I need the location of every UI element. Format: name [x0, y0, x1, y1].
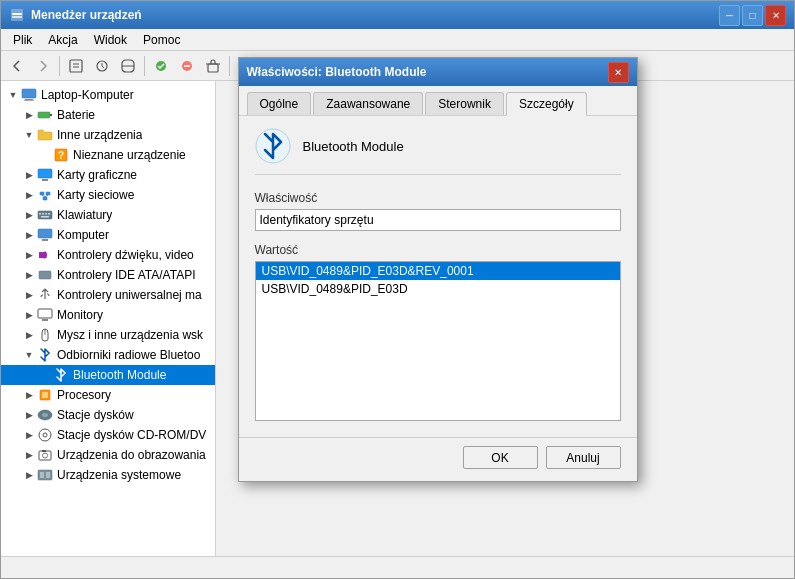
svg-rect-2: [12, 16, 22, 18]
svg-point-44: [42, 413, 48, 417]
tree-item-cdrom[interactable]: ▶ Stacje dysków CD-ROM/DV: [1, 425, 215, 445]
tree-root-label: Laptop-Komputer: [41, 88, 134, 102]
disk-icon: [37, 407, 53, 423]
imaging-icon: [37, 447, 53, 463]
scan-button[interactable]: [116, 54, 140, 78]
svg-rect-49: [42, 450, 46, 452]
cdrom-toggle-icon[interactable]: ▶: [21, 427, 37, 443]
tab-zaawansowane[interactable]: Zaawansowane: [313, 92, 423, 115]
properties-dialog: Właściwości: Bluetooth Module ✕ Ogólne Z…: [238, 57, 638, 482]
inne-toggle-icon[interactable]: ▼: [21, 127, 37, 143]
cdrom-label: Stacje dysków CD-ROM/DV: [57, 428, 206, 442]
root-toggle-icon[interactable]: ▼: [5, 87, 21, 103]
svg-rect-11: [208, 64, 218, 72]
tree-item-komputer[interactable]: ▶ Komputer: [1, 225, 215, 245]
forward-button[interactable]: [31, 54, 55, 78]
tree-item-audio[interactable]: ▶ Kontrolery dźwięku, video: [1, 245, 215, 265]
svg-rect-31: [45, 213, 47, 215]
maximize-button[interactable]: □: [742, 5, 763, 26]
systemowe-toggle-icon[interactable]: ▶: [21, 467, 37, 483]
close-button[interactable]: ✕: [765, 5, 786, 26]
enable-button[interactable]: [149, 54, 173, 78]
audio-icon: [37, 247, 53, 263]
tree-item-baterie[interactable]: ▶ Baterie: [1, 105, 215, 125]
tree-item-procesory[interactable]: ▶ Procesory: [1, 385, 215, 405]
tree-item-usb[interactable]: ▶ Kontrolery uniwersalnej ma: [1, 285, 215, 305]
app-icon: [9, 7, 25, 23]
cancel-button[interactable]: Anuluj: [546, 446, 621, 469]
network-icon: [37, 187, 53, 203]
update-driver-button[interactable]: [90, 54, 114, 78]
mysz-toggle-icon[interactable]: ▶: [21, 327, 37, 343]
imaging-toggle-icon[interactable]: ▶: [21, 447, 37, 463]
dialog-title-bar: Właściwości: Bluetooth Module ✕: [239, 58, 637, 86]
properties-button[interactable]: [64, 54, 88, 78]
ok-button[interactable]: OK: [463, 446, 538, 469]
karty-graf-toggle-icon[interactable]: ▶: [21, 167, 37, 183]
back-button[interactable]: [5, 54, 29, 78]
svg-rect-36: [39, 252, 43, 258]
karty-siec-toggle-icon[interactable]: ▶: [21, 187, 37, 203]
dialog-close-button[interactable]: ✕: [608, 62, 629, 83]
status-bar: [1, 556, 794, 578]
tree-item-imaging[interactable]: ▶ Urządzenia do obrazowania: [1, 445, 215, 465]
komputer-toggle-icon[interactable]: ▶: [21, 227, 37, 243]
baterie-toggle-icon[interactable]: ▶: [21, 107, 37, 123]
audio-toggle-icon[interactable]: ▶: [21, 247, 37, 263]
tree-item-ide[interactable]: ▶ Kontrolery IDE ATA/ATAPI: [1, 265, 215, 285]
tree-item-karty-graf[interactable]: ▶ Karty graficzne: [1, 165, 215, 185]
baterie-label: Baterie: [57, 108, 95, 122]
tab-szczegoly[interactable]: Szczegóły: [506, 92, 587, 116]
klawiatury-toggle-icon[interactable]: ▶: [21, 207, 37, 223]
value-item-0[interactable]: USB\VID_0489&PID_E03D&REV_0001: [256, 262, 620, 280]
ide-toggle-icon[interactable]: ▶: [21, 267, 37, 283]
menu-file[interactable]: Plik: [5, 31, 40, 49]
ide-label: Kontrolery IDE ATA/ATAPI: [57, 268, 196, 282]
tree-root[interactable]: ▼ Laptop-Komputer: [1, 85, 215, 105]
device-tree[interactable]: ▼ Laptop-Komputer ▶ Baterie: [1, 81, 216, 556]
menu-help[interactable]: Pomoc: [135, 31, 188, 49]
stacje-toggle-icon[interactable]: ▶: [21, 407, 37, 423]
tree-item-bluetooth-module[interactable]: ▶ Bluetooth Module: [1, 365, 215, 385]
svg-rect-18: [50, 114, 52, 116]
imaging-label: Urządzenia do obrazowania: [57, 448, 206, 462]
bluetooth-radio-icon: [37, 347, 53, 363]
svg-rect-17: [38, 112, 50, 118]
menu-view[interactable]: Widok: [86, 31, 135, 49]
karty-siec-label: Karty sieciowe: [57, 188, 134, 202]
value-item-1[interactable]: USB\VID_0489&PID_E03D: [256, 280, 620, 298]
value-list[interactable]: USB\VID_0489&PID_E03D&REV_0001 USB\VID_0…: [255, 261, 621, 421]
svg-point-45: [39, 429, 51, 441]
tab-ogolne[interactable]: Ogólne: [247, 92, 312, 115]
tree-item-bluetooth-radio[interactable]: ▼ Odbiorniki radiowe Bluetoo: [1, 345, 215, 365]
tree-item-nieznane[interactable]: ▶ ? Nieznane urządzenie: [1, 145, 215, 165]
property-dropdown[interactable]: Identyfikatory sprzętuIdentyfikatory zgo…: [255, 209, 621, 231]
dialog-title-text: Właściwości: Bluetooth Module: [247, 65, 608, 79]
svg-rect-25: [43, 197, 47, 200]
tree-item-monitory[interactable]: ▶ Monitory: [1, 305, 215, 325]
svg-point-48: [43, 453, 48, 458]
usb-label: Kontrolery uniwersalnej ma: [57, 288, 202, 302]
svg-rect-1: [12, 13, 22, 15]
dialog-tabs: Ogólne Zaawansowane Sterownik Szczegóły: [239, 86, 637, 116]
toolbar-separator-2: [144, 56, 145, 76]
property-field-label: Właściwość: [255, 191, 621, 205]
mouse-icon: [37, 327, 53, 343]
tab-sterownik[interactable]: Sterownik: [425, 92, 504, 115]
tree-item-stacje[interactable]: ▶ Stacje dysków: [1, 405, 215, 425]
svg-rect-21: [38, 169, 52, 178]
disable-button[interactable]: [175, 54, 199, 78]
procesory-toggle-icon[interactable]: ▶: [21, 387, 37, 403]
tree-item-klawiatury[interactable]: ▶ Klawiatury: [1, 205, 215, 225]
tree-item-karty-siec[interactable]: ▶ Karty sieciowe: [1, 185, 215, 205]
usb-toggle-icon[interactable]: ▶: [21, 287, 37, 303]
inne-label: Inne urządzenia: [57, 128, 142, 142]
tree-item-systemowe[interactable]: ▶ Urządzenia systemowe: [1, 465, 215, 485]
monitory-toggle-icon[interactable]: ▶: [21, 307, 37, 323]
tree-item-inne[interactable]: ▼ Inne urządzenia: [1, 125, 215, 145]
menu-action[interactable]: Akcja: [40, 31, 85, 49]
uninstall-button[interactable]: [201, 54, 225, 78]
tree-item-mysz[interactable]: ▶ Mysz i inne urządzenia wsk: [1, 325, 215, 345]
bluetooth-radio-toggle-icon[interactable]: ▼: [21, 347, 37, 363]
minimize-button[interactable]: ─: [719, 5, 740, 26]
